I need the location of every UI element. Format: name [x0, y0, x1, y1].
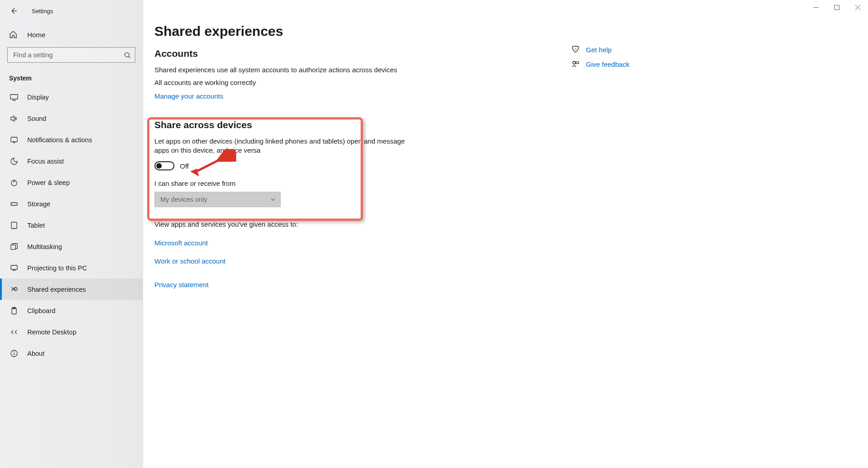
- sidebar-item-power-sleep[interactable]: Power & sleep: [0, 172, 143, 193]
- sidebar-item-label: Focus assist: [27, 158, 64, 165]
- close-button[interactable]: [847, 0, 868, 15]
- tablet-icon: [9, 220, 19, 230]
- minimize-button[interactable]: [805, 0, 826, 15]
- multitasking-icon: [9, 242, 19, 252]
- share-toggle[interactable]: [154, 161, 174, 170]
- view-apps-label: View apps and services you've given acce…: [154, 220, 409, 229]
- home-button[interactable]: Home: [0, 24, 143, 45]
- svg-rect-4: [11, 137, 17, 142]
- search-box[interactable]: [7, 47, 135, 63]
- category-title: System: [0, 63, 143, 86]
- chevron-down-icon: [270, 197, 276, 202]
- sound-icon: [9, 114, 19, 124]
- share-heading: Share across devices: [154, 119, 859, 130]
- give-feedback-label: Give feedback: [586, 60, 630, 68]
- svg-point-27: [573, 61, 575, 64]
- power-icon: [9, 178, 19, 188]
- sidebar-item-label: Projecting to this PC: [27, 264, 87, 272]
- sidebar-item-clipboard[interactable]: Clipboard: [0, 300, 143, 321]
- get-help-label: Get help: [586, 46, 612, 54]
- page-title: Shared experiences: [154, 22, 859, 39]
- maximize-button[interactable]: [826, 0, 847, 15]
- give-feedback-link[interactable]: Give feedback: [570, 60, 707, 68]
- help-icon: ?: [570, 45, 580, 54]
- svg-point-0: [124, 52, 129, 56]
- sidebar-item-label: Remote Desktop: [27, 329, 76, 336]
- sidebar-item-remote-desktop[interactable]: Remote Desktop: [0, 321, 143, 343]
- about-icon: [9, 349, 19, 358]
- maximize-icon: [834, 5, 839, 10]
- sidebar-item-multitasking[interactable]: Multitasking: [0, 236, 143, 257]
- sidebar-item-label: Multitasking: [27, 243, 62, 250]
- svg-point-15: [15, 288, 17, 290]
- search-icon: [119, 47, 135, 63]
- accounts-heading: Accounts: [154, 48, 859, 59]
- sidebar-item-label: Sound: [27, 115, 46, 122]
- window-title: Settings: [32, 8, 53, 15]
- feedback-icon: [570, 60, 580, 68]
- clipboard-icon: [9, 306, 19, 316]
- work-school-account-link[interactable]: Work or school account: [154, 257, 225, 265]
- sidebar-item-projecting[interactable]: Projecting to this PC: [0, 257, 143, 279]
- shared-experiences-icon: [9, 284, 19, 294]
- toggle-knob: [156, 163, 162, 169]
- receive-from-dropdown[interactable]: My devices only: [154, 192, 281, 207]
- minimize-icon: [813, 5, 818, 10]
- window-controls: [805, 0, 868, 15]
- receive-from-label: I can share or receive from: [154, 179, 859, 187]
- home-icon: [9, 30, 19, 39]
- sidebar-item-label: About: [27, 350, 45, 357]
- storage-icon: [9, 199, 19, 209]
- remote-desktop-icon: [9, 327, 19, 337]
- svg-rect-22: [834, 5, 839, 10]
- svg-line-1: [129, 56, 130, 58]
- svg-rect-2: [10, 95, 18, 99]
- sidebar-item-label: Tablet: [27, 222, 45, 229]
- home-label: Home: [27, 31, 45, 39]
- display-icon: [9, 92, 19, 102]
- sidebar-item-label: Notifications & actions: [27, 136, 92, 144]
- sidebar-item-storage[interactable]: Storage: [0, 193, 143, 214]
- svg-rect-7: [11, 203, 17, 205]
- svg-rect-11: [11, 245, 15, 249]
- main-content: Shared experiences Accounts Shared exper…: [154, 22, 868, 468]
- sidebar-item-sound[interactable]: Sound: [0, 108, 143, 129]
- sidebar-item-display[interactable]: Display: [0, 86, 143, 108]
- nav-list: Display Sound Notifications & actions Fo…: [0, 86, 143, 364]
- get-help-link[interactable]: ? Get help: [570, 45, 707, 54]
- sidebar-item-label: Power & sleep: [27, 179, 70, 186]
- svg-point-20: [14, 351, 15, 352]
- accounts-status: All accounts are working correctly: [154, 78, 409, 87]
- svg-rect-12: [11, 265, 17, 269]
- back-arrow-icon: [10, 7, 17, 15]
- close-icon: [855, 5, 860, 10]
- svg-point-10: [14, 227, 15, 228]
- back-button[interactable]: [5, 2, 23, 20]
- toggle-state-label: Off: [180, 162, 189, 170]
- sidebar-item-focus-assist[interactable]: Focus assist: [0, 150, 143, 172]
- sidebar-item-label: Clipboard: [27, 307, 55, 314]
- sidebar-item-label: Storage: [27, 200, 50, 208]
- sidebar-item-notifications[interactable]: Notifications & actions: [0, 129, 143, 150]
- search-input[interactable]: [8, 51, 119, 59]
- svg-text:?: ?: [575, 47, 577, 51]
- svg-point-8: [12, 204, 13, 204]
- projecting-icon: [9, 263, 19, 273]
- privacy-statement-link[interactable]: Privacy statement: [154, 281, 208, 289]
- titlebar: Settings: [0, 0, 143, 22]
- share-description: Let apps on other devices (including lin…: [154, 137, 409, 155]
- sidebar-item-about[interactable]: About: [0, 343, 143, 364]
- side-panel: ? Get help Give feedback: [570, 45, 707, 75]
- focus-assist-icon: [9, 156, 19, 166]
- sidebar-item-label: Display: [27, 94, 49, 101]
- notifications-icon: [9, 135, 19, 145]
- svg-rect-28: [576, 62, 579, 64]
- sidebar-item-label: Shared experiences: [27, 286, 86, 293]
- manage-accounts-link[interactable]: Manage your accounts: [154, 92, 223, 100]
- dropdown-value: My devices only: [160, 196, 207, 203]
- sidebar-item-shared-experiences[interactable]: Shared experiences: [0, 279, 143, 300]
- sidebar: Settings Home System Display Sound Notif…: [0, 0, 143, 468]
- microsoft-account-link[interactable]: Microsoft account: [154, 239, 208, 247]
- sidebar-item-tablet[interactable]: Tablet: [0, 214, 143, 236]
- accounts-description: Shared experiences use all system accoun…: [154, 65, 409, 75]
